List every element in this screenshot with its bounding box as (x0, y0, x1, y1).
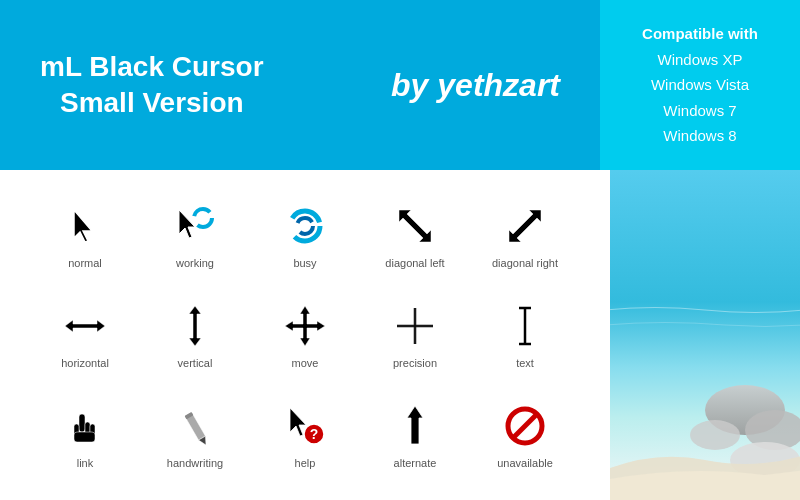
svg-point-3 (290, 211, 320, 241)
vertical-label: vertical (178, 357, 213, 369)
svg-marker-6 (509, 210, 541, 242)
cursor-row-1: normal working (30, 190, 580, 280)
svg-marker-0 (74, 210, 92, 242)
svg-point-36 (690, 420, 740, 450)
link-cursor-icon (60, 401, 110, 451)
os-xp: Windows XP (642, 47, 758, 73)
cursor-diagonal-left: diagonal left (360, 201, 470, 269)
app-title: mL Black Cursor Small Version (40, 49, 264, 122)
svg-rect-19 (79, 414, 85, 432)
text-label: text (516, 357, 534, 369)
busy-label: busy (293, 257, 316, 269)
diagonal-left-icon (390, 201, 440, 251)
svg-line-32 (512, 413, 538, 439)
cursor-normal: normal (30, 201, 140, 269)
svg-marker-9 (285, 306, 325, 346)
cursor-text: text (470, 301, 580, 369)
cursors-area: normal working (0, 170, 610, 500)
horizontal-label: horizontal (61, 357, 109, 369)
diagonal-right-icon (500, 201, 550, 251)
move-label: move (292, 357, 319, 369)
os-vista: Windows Vista (642, 72, 758, 98)
diagonal-right-label: diagonal right (492, 257, 558, 269)
svg-marker-5 (399, 210, 431, 242)
vertical-cursor-icon (170, 301, 220, 351)
cursor-move: move (250, 301, 360, 369)
working-label: working (176, 257, 214, 269)
move-cursor-icon (280, 301, 330, 351)
precision-label: precision (393, 357, 437, 369)
compatible-title: Compatible with (642, 21, 758, 47)
cursor-precision: precision (360, 301, 470, 369)
header-left: mL Black Cursor Small Version by yethzar… (0, 0, 600, 170)
cursor-link: link (30, 401, 140, 469)
text-cursor-icon (500, 301, 550, 351)
svg-marker-1 (179, 210, 195, 238)
link-label: link (77, 457, 94, 469)
background-image-panel (610, 170, 800, 500)
cursor-row-3: link handwriting (30, 390, 580, 480)
handwriting-cursor-icon (170, 401, 220, 451)
os-8: Windows 8 (642, 123, 758, 149)
svg-marker-7 (65, 320, 105, 332)
cursor-working: working (140, 201, 250, 269)
precision-cursor-icon (390, 301, 440, 351)
cursor-vertical: vertical (140, 301, 250, 369)
cursor-handwriting: handwriting (140, 401, 250, 469)
cursor-diagonal-right: diagonal right (470, 201, 580, 269)
svg-text:?: ? (310, 426, 319, 442)
compatibility-info: Compatible with Windows XP Windows Vista… (600, 0, 800, 170)
svg-point-4 (297, 218, 313, 234)
busy-cursor-icon (280, 201, 330, 251)
diagonal-left-label: diagonal left (385, 257, 444, 269)
handwriting-label: handwriting (167, 457, 223, 469)
help-cursor-icon: ? (280, 401, 330, 451)
main-content: normal working (0, 170, 800, 500)
svg-rect-23 (74, 432, 95, 442)
svg-point-2 (194, 209, 212, 227)
os-7: Windows 7 (642, 98, 758, 124)
normal-label: normal (68, 257, 102, 269)
unavailable-label: unavailable (497, 457, 553, 469)
unavailable-cursor-icon (500, 401, 550, 451)
alternate-label: alternate (394, 457, 437, 469)
normal-cursor-icon (60, 201, 110, 251)
cursor-unavailable: unavailable (470, 401, 580, 469)
svg-marker-8 (189, 306, 201, 346)
cursor-busy: busy (250, 201, 360, 269)
header: mL Black Cursor Small Version by yethzar… (0, 0, 800, 170)
cursor-alternate: alternate (360, 401, 470, 469)
cursor-horizontal: horizontal (30, 301, 140, 369)
beach-scene-svg (610, 170, 800, 500)
working-cursor-icon (170, 201, 220, 251)
alternate-cursor-icon (390, 401, 440, 451)
svg-marker-30 (407, 406, 423, 444)
cursor-help: ? help (250, 401, 360, 469)
help-label: help (295, 457, 316, 469)
cursor-row-2: horizontal vertical mov (30, 290, 580, 380)
horizontal-cursor-icon (60, 301, 110, 351)
author-label: by yethzart (391, 67, 560, 104)
